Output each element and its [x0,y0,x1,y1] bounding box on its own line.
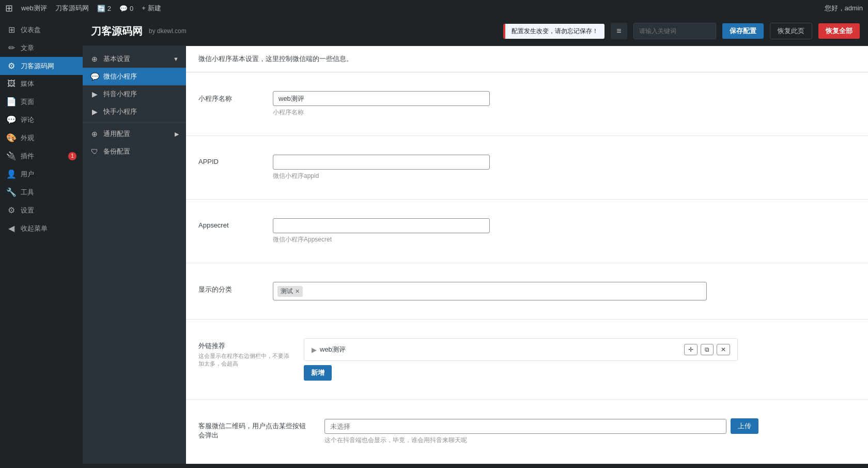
plugin-icon: ⚙ [6,61,17,71]
nav-item-label: 基本设置 [103,54,130,64]
wp-logo-icon[interactable]: ⊞ [5,3,13,14]
sidebar-item-label: 仪表盘 [21,25,41,35]
content-description: 微信小程序基本设置，这里控制微信端的一些信息。 [198,55,353,63]
sidebar-item-posts[interactable]: ✏ 文章 [0,39,83,57]
form-row-qrcode: 客服微信二维码，用户点击某些按钮会弹出 上传 这个在抖音端也会显示，毕竟，谁会用… [198,410,856,453]
recommend-item: ▶ web测评 ✛ ⧉ ✕ [304,338,738,361]
nav-item-label: 抖音小程序 [103,89,137,99]
greeting-text: 您好，admin [825,4,863,13]
recommend-copy-button[interactable]: ⧉ [701,344,714,355]
new-content-link[interactable]: + 新建 [142,4,161,13]
sidebar-item-appearance[interactable]: 🎨 外观 [0,129,83,147]
sidebar-item-label: 外观 [21,133,34,143]
sidebar-item-dashboard[interactable]: ⊞ 仪表盘 [0,21,83,39]
douyin-icon: ▶ [90,90,99,98]
recommend-item-title: web测评 [320,345,684,354]
appsecret-input[interactable] [273,218,490,233]
qrcode-field: 上传 这个在抖音端也会显示，毕竟，谁会用抖音来聊天呢 [324,418,856,445]
appid-hint: 微信小程序appid [273,172,856,180]
nav-item-basic[interactable]: ⊕ 基本设置 ▼ [83,50,186,68]
restore-page-button[interactable]: 恢复此页 [770,23,812,39]
form-row-appsecret: Appsecret 微信小程序Appsecret [198,210,856,252]
nav-item-kuaishou[interactable]: ▶ 快手小程序 [83,103,186,120]
form-row-category: 显示的分类 测试 ✕ [198,274,856,309]
nav-item-weixin[interactable]: 💬 微信小程序 [83,68,186,85]
sidebar-item-collapse[interactable]: ◀ 收起菜单 [0,219,83,237]
plugin-subtitle: by dkewl.com [149,27,187,35]
comments-link[interactable]: 💬 0 [119,5,133,12]
notice-text: 配置发生改变，请勿忘记保存！ [503,24,605,39]
sidebar-item-label: 页面 [21,97,34,107]
posts-icon: ✏ [6,43,17,53]
appsecret-field: 微信小程序Appsecret [273,218,856,244]
pages-icon: 📄 [6,97,17,107]
plugin-name-link[interactable]: 刀客源码网 [55,4,89,13]
nav-item-label: 备份配置 [103,147,130,156]
plugin-title: 刀客源码网 [91,24,143,38]
nav-item-backup[interactable]: 🛡 备份配置 [83,143,186,160]
plugin-nav: ⊕ 基本设置 ▼ 💬 微信小程序 ▶ 抖音小程序 ▶ 快手小程序 [83,46,186,464]
appid-input[interactable] [273,155,490,170]
qrcode-label: 客服微信二维码，用户点击某些按钮会弹出 [198,421,312,440]
site-name-link[interactable]: web测评 [21,4,47,13]
comments-nav-icon: 💬 [6,115,17,125]
plugins-icon: 🔌 [6,151,17,161]
search-input[interactable] [633,23,716,39]
appid-field: 微信小程序appid [273,155,856,180]
upload-button[interactable]: 上传 [731,418,758,434]
category-field: 测试 ✕ [273,282,856,300]
nav-item-douyin[interactable]: ▶ 抖音小程序 [83,85,186,103]
form-section-appid: APPID 微信小程序appid [186,136,868,200]
nav-item-label: 快手小程序 [103,107,137,116]
plugins-badge: 1 [68,152,76,160]
sidebar-item-settings[interactable]: ⚙ 设置 [0,201,83,219]
recommend-move-button[interactable]: ✛ [684,344,698,355]
sidebar-item-label: 评论 [21,115,34,125]
backup-icon: 🛡 [90,147,99,156]
sidebar-item-media[interactable]: 🖼 媒体 [0,75,83,93]
tag-remove-button[interactable]: ✕ [295,288,300,295]
collapse-icon: ◀ [6,223,17,233]
recommend-delete-button[interactable]: ✕ [717,344,730,355]
recommend-desc: 这会显示在程序右边侧栏中，不要添加太多，会超高 [198,352,291,368]
sidebar-item-plugins[interactable]: 🔌 插件 1 [0,147,83,165]
sidebar-item-label: 用户 [21,170,34,179]
appid-label: APPID [198,155,260,165]
main-content: 刀客源码网 by dkewl.com 配置发生改变，请勿忘记保存！ ≡ 保存配置… [83,17,868,468]
sidebar-item-label: 工具 [21,188,34,197]
sidebar-item-label: 插件 [21,152,34,161]
upload-row: 上传 [324,418,758,434]
qrcode-path-input[interactable] [324,419,726,434]
add-recommend-button[interactable]: 新增 [304,365,332,381]
qrcode-label-container: 客服微信二维码，用户点击某些按钮会弹出 [198,418,312,440]
sidebar-item-users[interactable]: 👤 用户 [0,165,83,183]
weixin-icon: 💬 [90,72,99,81]
comments-icon: 💬 [119,5,128,12]
recommend-field: ▶ web测评 ✛ ⧉ ✕ 新增 [304,338,856,381]
appname-hint: 小程序名称 [273,108,856,117]
restore-all-button[interactable]: 恢复全部 [818,23,860,39]
nav-divider [83,123,186,123]
sidebar-item-label: 设置 [21,206,34,215]
sidebar-item-plugin[interactable]: ⚙ 刀客源码网 [0,57,83,75]
updates-link[interactable]: 🔄 2 [97,5,111,12]
sidebar-item-label: 收起菜单 [21,224,48,233]
nav-item-general[interactable]: ⊕ 通用配置 ▶ [83,125,186,143]
appname-input[interactable] [273,91,490,106]
users-icon: 👤 [6,169,17,179]
tags-container[interactable]: 测试 ✕ [273,282,707,300]
save-button[interactable]: 保存配置 [722,23,764,39]
sidebar-item-label: 刀客源码网 [21,62,54,71]
recommend-collapse-icon[interactable]: ▶ [312,346,317,354]
content-header: 微信小程序基本设置，这里控制微信端的一些信息。 [186,46,868,72]
nav-item-label: 微信小程序 [103,72,137,81]
kuaishou-icon: ▶ [90,108,99,116]
tag-item: 测试 ✕ [277,286,303,297]
settings-btn[interactable]: ≡ [611,23,627,39]
sidebar-item-comments[interactable]: 💬 评论 [0,111,83,129]
basic-settings-icon: ⊕ [90,55,99,63]
sidebar-item-pages[interactable]: 📄 页面 [0,93,83,111]
form-row-appname: 小程序名称 小程序名称 [198,83,856,125]
sidebar-item-tools[interactable]: 🔧 工具 [0,183,83,201]
settings-icon: ⚙ [6,205,17,215]
